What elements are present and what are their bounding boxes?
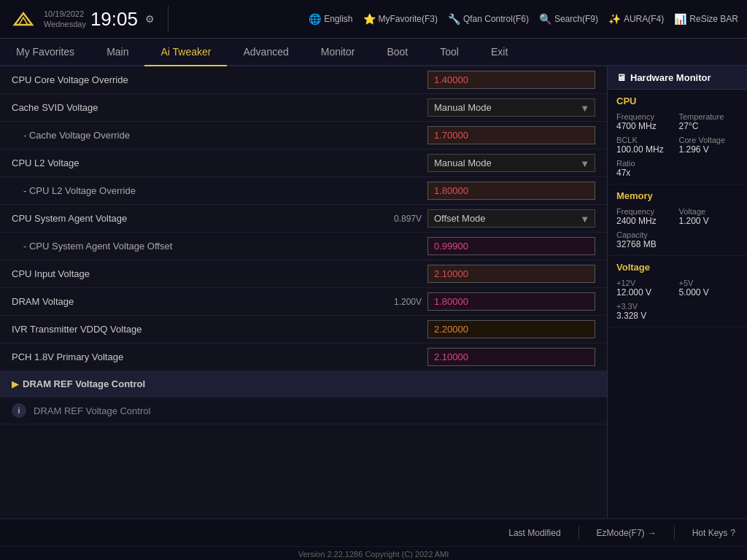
cache-svid-dropdown[interactable]: Manual Mode Auto Offset Mode — [427, 98, 595, 117]
memory-section: Memory Frequency 2400 MHz Voltage 1.200 … — [608, 184, 747, 256]
navbar: My Favorites Main Ai Tweaker Advanced Mo… — [0, 39, 747, 66]
nav-main[interactable]: Main — [90, 39, 144, 66]
value-area — [427, 320, 595, 338]
nav-advanced[interactable]: Advanced — [227, 39, 304, 66]
svg-rect-0 — [9, 4, 38, 34]
star-icon: ⭐ — [363, 13, 376, 25]
version-text: Version 2.22.1286 Copyright (C) 2022 AMI — [298, 550, 449, 559]
aura-btn[interactable]: ✨ AURA(F4) — [608, 13, 664, 25]
cache-svid-dropdown-wrap: Manual Mode Auto Offset Mode ▼ — [427, 98, 595, 117]
language-selector[interactable]: 🌐 English — [309, 13, 352, 25]
info-text: DRAM REF Voltage Control — [34, 405, 150, 416]
table-row: CPU L2 Voltage Manual Mode Auto Offset M… — [0, 149, 607, 177]
expand-arrow-icon: ▶ — [12, 379, 18, 389]
cpu-bclk-label: BCLK 100.00 MHz — [616, 136, 676, 155]
voltage-stats-grid: +12V 12.000 V +5V 5.000 V +3.3V 3.328 V — [616, 279, 738, 321]
ez-mode-btn[interactable]: EzMode(F7) → — [597, 528, 657, 538]
info-icon: i — [12, 403, 26, 418]
setting-label: CPU System Agent Voltage — [12, 213, 378, 224]
value-area — [427, 348, 595, 366]
cpu-l2-dropdown-wrap: Manual Mode Auto Offset Mode ▼ — [427, 154, 595, 172]
header-tools: 🌐 English ⭐ MyFavorite(F3) 🔧 Qfan Contro… — [309, 13, 738, 25]
nav-tool[interactable]: Tool — [424, 39, 475, 66]
search-label: Search(F9) — [554, 14, 598, 24]
ivr-vddq-input[interactable] — [427, 320, 595, 338]
mem-capacity-label: Capacity 32768 MB — [616, 230, 738, 249]
hot-keys-btn[interactable]: Hot Keys ? — [692, 528, 735, 538]
setting-label: DRAM Voltage — [12, 296, 378, 307]
cpu-stats-grid: Frequency 4700 MHz Temperature 27°C BCLK… — [616, 112, 738, 178]
cpu-agent-offset-input[interactable] — [427, 237, 595, 255]
nav-aitweaker[interactable]: Ai Tweaker — [144, 39, 227, 66]
dram-voltage-input[interactable] — [427, 292, 595, 311]
v33-label: +3.3V 3.328 V — [616, 302, 738, 321]
hardware-monitor-title: 🖥 Hardware Monitor — [608, 66, 747, 90]
qfan-label: Qfan Control(F6) — [463, 14, 529, 24]
cpu-section-title: CPU — [616, 96, 738, 106]
myfavorite-label: MyFavorite(F3) — [379, 14, 438, 24]
hotkeys-icon: ? — [730, 528, 735, 538]
monitor-icon: 🖥 — [616, 72, 626, 83]
nav-boot[interactable]: Boot — [371, 39, 424, 66]
search-icon: 🔍 — [539, 13, 551, 25]
main-layout: CPU Core Voltage Override Cache SVID Vol… — [0, 66, 747, 518]
cpu-ratio-label: Ratio 47x — [616, 159, 738, 178]
time-display: 19:05 — [90, 9, 138, 28]
cpu-agent-dropdown-wrap: Offset Mode Manual Mode Auto ▼ — [427, 209, 595, 228]
nav-monitor[interactable]: Monitor — [305, 39, 371, 66]
cpu-section: CPU Frequency 4700 MHz Temperature 27°C … — [608, 90, 747, 184]
table-row: Cache SVID Voltage Manual Mode Auto Offs… — [0, 94, 607, 122]
value-area — [427, 126, 595, 144]
cpu-input-voltage-input[interactable] — [427, 265, 595, 283]
cpu-temp-label: Temperature 27°C — [679, 112, 739, 131]
setting-label: - Cache Voltage Override — [12, 130, 427, 141]
date-display: 10/19/2022Wednesday — [44, 9, 86, 30]
settings-panel: CPU Core Voltage Override Cache SVID Vol… — [0, 66, 607, 518]
mem-freq-label: Frequency 2400 MHz — [616, 207, 676, 226]
info-row: i DRAM REF Voltage Control — [0, 397, 607, 424]
pch-primary-voltage-input[interactable] — [427, 348, 595, 366]
header-left: 10/19/2022Wednesday 19:05 ⚙ — [9, 4, 155, 34]
voltage-section-title: Voltage — [616, 262, 738, 273]
value-area — [427, 71, 595, 89]
table-row: CPU System Agent Voltage 0.897V Offset M… — [0, 205, 607, 233]
memory-stats-grid: Frequency 2400 MHz Voltage 1.200 V Capac… — [616, 207, 738, 249]
divider — [168, 6, 169, 32]
current-value-display: 0.897V — [378, 214, 422, 224]
cpu-l2-override-input[interactable] — [427, 182, 595, 200]
resize-bar-btn[interactable]: 📊 ReSize BAR — [674, 13, 738, 25]
last-modified-btn[interactable]: Last Modified — [508, 528, 560, 538]
footer-divider2 — [674, 526, 675, 540]
search-btn[interactable]: 🔍 Search(F9) — [539, 13, 598, 25]
v12-label: +12V 12.000 V — [616, 279, 676, 298]
memory-section-title: Memory — [616, 190, 738, 201]
qfan-btn[interactable]: 🔧 Qfan Control(F6) — [448, 13, 529, 25]
cpu-l2-dropdown[interactable]: Manual Mode Auto Offset Mode — [427, 154, 595, 172]
cache-voltage-override-input[interactable] — [427, 126, 595, 144]
cpu-agent-dropdown[interactable]: Offset Mode Manual Mode Auto — [427, 209, 595, 228]
nav-myfavorites[interactable]: My Favorites — [0, 39, 90, 66]
dram-ref-section-header[interactable]: ▶ DRAM REF Voltage Control — [0, 371, 607, 397]
value-area: 0.897V Offset Mode Manual Mode Auto ▼ — [378, 209, 595, 228]
hot-keys-label: Hot Keys — [692, 528, 728, 538]
table-row: CPU Core Voltage Override — [0, 66, 607, 94]
table-row: CPU Input Voltage — [0, 260, 607, 288]
setting-label: CPU Core Voltage Override — [12, 74, 427, 85]
table-row: PCH 1.8V Primary Voltage — [0, 343, 607, 371]
resize-icon: 📊 — [674, 13, 686, 25]
value-area: Manual Mode Auto Offset Mode ▼ — [427, 98, 595, 117]
settings-icon[interactable]: ⚙ — [145, 13, 155, 25]
cpu-freq-label: Frequency 4700 MHz — [616, 112, 676, 131]
setting-label: CPU Input Voltage — [12, 268, 427, 279]
table-row: - CPU L2 Voltage Override — [0, 177, 607, 205]
table-row: DRAM Voltage 1.200V — [0, 288, 607, 316]
myfavorite-btn[interactable]: ⭐ MyFavorite(F3) — [363, 13, 438, 25]
setting-label: - CPU L2 Voltage Override — [12, 185, 427, 196]
language-label: English — [324, 14, 352, 24]
footer: Last Modified EzMode(F7) → Hot Keys ? — [0, 518, 747, 546]
nav-exit[interactable]: Exit — [475, 39, 524, 66]
table-row: - CPU System Agent Voltage Offset — [0, 233, 607, 260]
value-area: 1.200V — [378, 292, 595, 311]
cpu-core-voltage-override-input[interactable] — [427, 71, 595, 89]
asus-logo-icon — [9, 4, 38, 34]
